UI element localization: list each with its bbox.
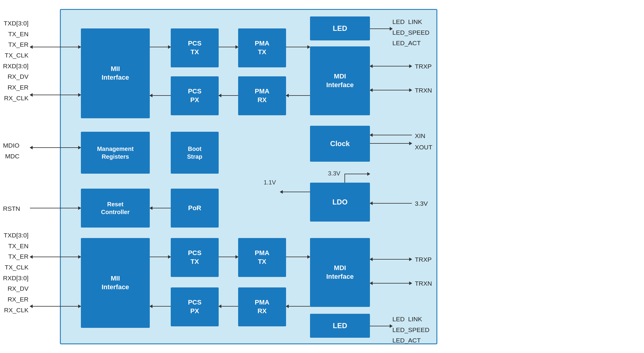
pcs-tx-bottom: PCSTX [171, 238, 219, 277]
pma-rx-bottom: PMARX [238, 287, 286, 326]
diagram-container: MIIInterface PCSTX PMATX PCSPX PMARX LED… [0, 0, 644, 353]
arrow-rstn [30, 208, 81, 208]
label-trxn-bottom: TRXN [415, 280, 432, 287]
label-txd-top: TXD[3:0]TX_ENTX_ERTX_CLKRXD[3:0]RX_DVRX_… [3, 18, 28, 104]
mii-interface-bottom: MIIInterface [81, 238, 150, 328]
arrow-mii-pcstx-top [150, 47, 171, 47]
arrow-mdio [30, 147, 81, 148]
led-bottom: LED [310, 314, 370, 338]
mdi-interface-bottom: MDIInterface [310, 238, 370, 307]
arrow-mdi-pmarx-top [286, 95, 310, 96]
arrow-pcspx-mii-top [150, 95, 171, 96]
arrow-pcstx-pmatx-top [219, 47, 238, 47]
arrow-pmarx-pcspx-bottom [219, 306, 238, 307]
pma-rx-top: PMARX [238, 76, 286, 115]
arrow-trxp-bottom [370, 259, 412, 260]
mdi-interface-top: MDIInterface [310, 46, 370, 115]
management-registers: ManagementRegisters [81, 132, 150, 174]
label-3v3-top: 3.3V [328, 170, 340, 177]
label-1v1: 1.1V [264, 179, 276, 186]
arrow-pcspx-mii-bottom [150, 306, 171, 307]
arrow-xout [370, 143, 412, 144]
boot-strap: BootStrap [171, 132, 219, 174]
arrow-pmatx-mdi-bottom [286, 257, 310, 257]
label-trxp-top: TRXP [415, 63, 432, 70]
label-xin: XINXOUT [415, 130, 432, 153]
arrow-pcstx-pmatx-bottom [219, 257, 238, 257]
arrow-rx-bottom [30, 306, 81, 307]
arrow-mii-pcstx-bottom [150, 257, 171, 257]
pcs-px-bottom: PCSPX [171, 287, 219, 326]
label-led-bottom: LED LINKLED_SPEEDLED_ACT [392, 314, 430, 346]
arrow-por-reset [150, 208, 171, 208]
label-trxn-top: TRXN [415, 87, 432, 94]
mii-interface-top: MIIInterface [81, 28, 150, 118]
label-trxp-bottom: TRXP [415, 256, 432, 263]
arrow-pmarx-pcspx-top [219, 95, 238, 96]
arrow-xin [370, 135, 412, 135]
arrow-rx-top [30, 95, 81, 95]
arrow-3v3 [370, 203, 412, 204]
pma-tx-bottom: PMATX [238, 238, 286, 277]
arrow-led-bottom [370, 326, 392, 326]
line-3v3-v [344, 174, 345, 183]
clock: Clock [310, 126, 370, 162]
arrow-mdi-pmarx-bottom [286, 306, 310, 307]
arrow-tx-bottom [30, 257, 81, 257]
arrow-trxp-top [370, 66, 412, 66]
arrow-trxn-top [370, 90, 412, 90]
label-led-top: LED LINKLED_SPEEDLED_ACT [392, 16, 430, 49]
label-txd-bottom: TXD[3:0]TX_ENTX_ERTX_CLKRXD[3:0]RX_DVRX_… [3, 230, 28, 316]
arrow-trxn-bottom [370, 283, 412, 284]
line-3v3-h [344, 174, 370, 174]
arrow-pmatx-mdi-top [286, 47, 310, 47]
arrow-txd-top [30, 47, 81, 47]
label-rstn: RSTN [3, 205, 20, 212]
ldo: LDO [310, 183, 370, 222]
pma-tx-top: PMATX [238, 28, 286, 67]
led-top: LED [310, 16, 370, 40]
label-3v3: 3.3V [415, 200, 428, 207]
reset-controller: ResetController [81, 189, 150, 228]
pcs-px-top: PCSPX [171, 76, 219, 115]
pcs-tx-top: PCSTX [171, 28, 219, 67]
label-mdio: MDIOMDC [3, 140, 19, 161]
por: PoR [171, 189, 219, 228]
line-1v1 [280, 192, 310, 192]
arrow-led-top [370, 28, 392, 29]
